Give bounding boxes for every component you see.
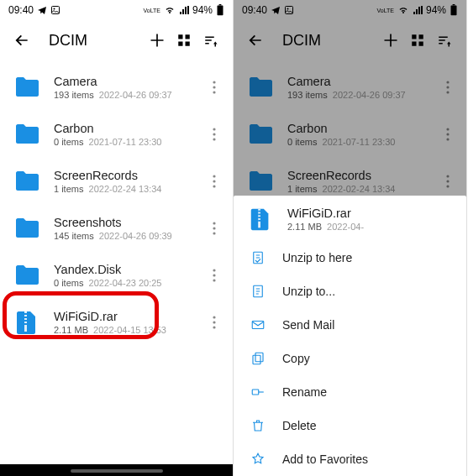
more-button[interactable] <box>204 269 224 282</box>
svg-rect-58 <box>253 355 260 364</box>
status-bar: 09:40 VoLTE 94% <box>0 0 233 20</box>
file-name: Carbon <box>54 122 204 135</box>
sheet-item-label: Send Mail <box>282 318 334 332</box>
right-pane: 09:40 VoLTE 94% DCIM Camera 193 items 20… <box>234 0 467 476</box>
more-button[interactable] <box>204 128 224 141</box>
svg-rect-9 <box>178 34 182 39</box>
rar-icon <box>245 204 276 234</box>
svg-point-17 <box>213 133 215 135</box>
svg-rect-7 <box>218 5 223 15</box>
svg-rect-12 <box>186 42 190 46</box>
svg-rect-57 <box>255 353 263 362</box>
svg-rect-11 <box>178 42 182 46</box>
view-button[interactable] <box>171 27 197 54</box>
sheet-file-size: 2.11 MB <box>287 222 322 232</box>
file-name: Screenshots <box>54 216 204 229</box>
star-icon <box>249 452 267 467</box>
sheet-item[interactable]: Delete <box>234 409 466 442</box>
file-row[interactable]: WiFiGiD.rar 2.11 MB 2022-04-15 13:53 <box>0 299 233 346</box>
back-button[interactable] <box>8 27 35 54</box>
folder-icon <box>12 213 42 243</box>
svg-point-26 <box>213 274 215 276</box>
sheet-item-label: Rename <box>282 385 327 399</box>
file-row[interactable]: ScreenRecords 1 items 2022-02-24 13:34 <box>0 158 233 205</box>
folder-icon <box>12 119 42 149</box>
file-count: 193 items <box>54 90 94 100</box>
sort-button[interactable] <box>197 27 224 54</box>
sort-icon <box>203 33 218 48</box>
plus-icon <box>149 32 166 49</box>
sheet-file-name: WiFiGiD.rar <box>287 207 455 220</box>
svg-point-20 <box>213 180 215 182</box>
unzip-here-icon <box>249 250 267 265</box>
copy-icon <box>249 351 267 366</box>
more-vert-icon <box>213 81 216 94</box>
app-bar: DCIM <box>0 20 233 60</box>
file-row[interactable]: Screenshots 145 items 2022-04-26 09:39 <box>0 205 233 252</box>
battery-icon <box>216 4 224 16</box>
file-name: ScreenRecords <box>54 169 204 182</box>
signal-icon <box>179 5 189 15</box>
left-pane: 09:40 VoLTE 94% DCIM Camera 19 <box>0 0 234 476</box>
sheet-item[interactable]: Unzip to... <box>234 275 466 308</box>
context-sheet: WiFiGiD.rar 2.11 MB 2022-04- Unzip to he… <box>234 196 466 476</box>
file-date: 2022-04-15 13:53 <box>93 325 166 335</box>
file-list: Camera 193 items 2022-04-26 09:37 Carbon… <box>0 60 233 349</box>
file-row[interactable]: Carbon 0 items 2021-07-11 23:30 <box>0 111 233 158</box>
svg-point-16 <box>213 128 215 130</box>
svg-rect-59 <box>252 390 259 395</box>
svg-point-13 <box>213 81 215 83</box>
page-title: DCIM <box>49 32 144 50</box>
svg-point-19 <box>213 175 215 177</box>
rename-icon <box>249 384 267 400</box>
wifi-icon <box>164 5 176 15</box>
sheet-item-label: Unzip to... <box>282 285 335 298</box>
svg-point-23 <box>213 227 215 229</box>
more-vert-icon <box>213 128 216 141</box>
volte-icon: VoLTE <box>143 8 160 13</box>
file-count: 0 items <box>54 137 83 147</box>
more-vert-icon <box>213 316 216 329</box>
sheet-item[interactable]: Rename <box>234 375 466 409</box>
sheet-item[interactable]: Copy <box>234 342 466 375</box>
more-button[interactable] <box>204 81 224 94</box>
rar-icon <box>12 307 42 337</box>
folder-icon <box>12 260 42 290</box>
svg-point-15 <box>213 91 215 93</box>
telegram-icon <box>37 5 47 15</box>
more-button[interactable] <box>204 222 224 235</box>
svg-point-21 <box>213 185 215 187</box>
file-date: 2022-04-26 09:39 <box>99 231 172 241</box>
sheet-file-date: 2022-04- <box>327 222 364 232</box>
sheet-item[interactable]: Add to Favorites <box>234 442 466 476</box>
mail-icon <box>249 317 267 332</box>
status-time: 09:40 <box>8 4 34 16</box>
image-icon <box>50 5 60 15</box>
file-count: 2.11 MB <box>54 325 88 335</box>
sheet-item[interactable]: Unzip to here <box>234 241 466 275</box>
svg-rect-56 <box>252 322 264 329</box>
file-name: Camera <box>54 75 204 88</box>
svg-point-24 <box>213 232 215 234</box>
svg-point-25 <box>213 269 215 271</box>
svg-point-22 <box>213 222 215 224</box>
file-count: 145 items <box>54 231 94 241</box>
add-button[interactable] <box>144 27 171 54</box>
more-button[interactable] <box>204 175 224 188</box>
svg-point-30 <box>213 326 215 328</box>
file-count: 1 items <box>54 184 83 194</box>
nav-bar <box>0 464 233 476</box>
sheet-item[interactable]: Send Mail <box>234 308 466 342</box>
file-row[interactable]: Yandex.Disk 0 items 2022-04-23 20:25 <box>0 252 233 299</box>
sheet-item-label: Delete <box>282 419 316 432</box>
svg-point-29 <box>213 321 215 323</box>
file-date: 2022-02-24 13:34 <box>89 184 162 194</box>
svg-point-14 <box>213 86 215 88</box>
sheet-item-label: Copy <box>282 352 310 365</box>
arrow-back-icon <box>13 32 30 49</box>
svg-rect-10 <box>186 34 190 39</box>
file-row[interactable]: Camera 193 items 2022-04-26 09:37 <box>0 64 233 111</box>
more-button[interactable] <box>204 316 224 329</box>
file-date: 2022-04-23 20:25 <box>89 278 162 288</box>
unzip-to-icon <box>249 284 267 299</box>
